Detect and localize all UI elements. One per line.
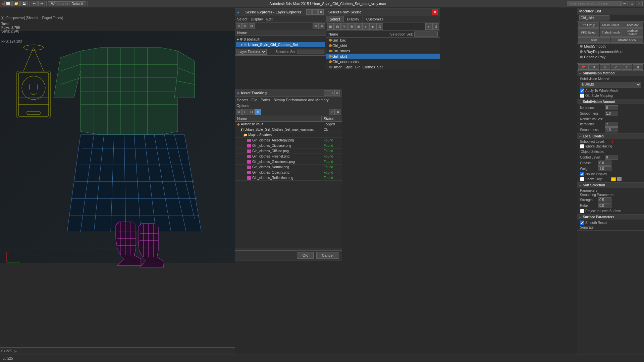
- sfs-tb8[interactable]: ⊡: [376, 23, 383, 30]
- modifier-editable-poly[interactable]: Editable Poly: [577, 54, 644, 60]
- scene-explorer-menu-select[interactable]: Select: [236, 17, 249, 21]
- open-btn[interactable]: 📁: [12, 1, 20, 6]
- at-row-anisotropy[interactable]: Girl_clothes_Anisotropy.png Found: [235, 138, 342, 143]
- cage-color-1[interactable]: [611, 177, 616, 181]
- se-tb-btn4[interactable]: ⚙: [313, 23, 319, 29]
- at-tb1[interactable]: ⊞: [236, 109, 242, 115]
- modifier-meshsmooth[interactable]: MeshSmooth: [577, 44, 644, 49]
- local-control-header[interactable]: ─ Local Control: [577, 134, 644, 139]
- at-row-reflection[interactable]: Girl_clothes_Reflection.png Found: [235, 175, 342, 181]
- project-check[interactable]: [580, 209, 584, 213]
- mod-nav-3[interactable]: ▷: [600, 64, 610, 70]
- sfs-tb10[interactable]: ⚙: [432, 23, 439, 30]
- at-ok-btn[interactable]: OK: [297, 252, 314, 259]
- close-btn[interactable]: ✕: [636, 1, 643, 6]
- iterations-input[interactable]: [605, 105, 618, 110]
- scene-explorer-restore[interactable]: □: [312, 9, 318, 15]
- render-smoothness-input[interactable]: [605, 127, 618, 132]
- sfs-tb7[interactable]: ◈: [369, 23, 376, 30]
- at-row-opacity[interactable]: Girl_clothes_Opacity.png Found: [235, 170, 342, 175]
- at-tb4[interactable]: ≡: [255, 109, 261, 115]
- scene-explorer-menu-display[interactable]: Display: [250, 17, 264, 21]
- at-menu-file[interactable]: File: [250, 98, 259, 102]
- sfs-item-girl-bag[interactable]: Girl_bag: [326, 38, 440, 43]
- mod-nav-1[interactable]: 📌: [578, 64, 589, 70]
- sfs-selection-input[interactable]: [414, 32, 438, 37]
- subdivision-method-select[interactable]: NURMS: [580, 82, 641, 87]
- uvw-map-btn[interactable]: UVW Map: [622, 22, 643, 28]
- apply-whole-mesh-check[interactable]: [580, 88, 584, 93]
- arrow-btn[interactable]: ▶: [14, 349, 17, 353]
- at-menu-options[interactable]: Options: [236, 104, 249, 108]
- sfs-tb1[interactable]: ⊞: [327, 23, 334, 30]
- at-row-fresnel[interactable]: Girl_clothes_Fresnel.png Found: [235, 154, 342, 159]
- minimize-btn[interactable]: ─: [621, 1, 628, 6]
- scene-explorer-minimize[interactable]: ─: [306, 9, 312, 15]
- mod-nav-4[interactable]: ◁: [611, 64, 622, 70]
- at-minimize[interactable]: ─: [324, 90, 329, 96]
- at-row-vault[interactable]: ◆ Autodesk Vault Logged: [235, 122, 342, 127]
- se-tb-btn3[interactable]: ⊟: [249, 23, 255, 29]
- old-style-mapping-check[interactable]: [580, 94, 584, 98]
- mod-nav-6[interactable]: 🗑: [633, 64, 643, 70]
- at-row-maps[interactable]: 📁 Maps / Shaders: [235, 132, 342, 138]
- at-close[interactable]: ✕: [334, 90, 340, 96]
- scene-explorer-close[interactable]: ✕: [318, 9, 324, 15]
- sfs-item-girl-shirt[interactable]: Girl_shirt: [326, 43, 440, 48]
- workspace-label[interactable]: Workspace: Default: [48, 1, 86, 6]
- at-cancel-btn[interactable]: Cancel: [316, 252, 339, 259]
- at-row-diffuse[interactable]: Girl_clothes_Diffuse.png Found: [235, 148, 342, 154]
- show-cage-check[interactable]: [580, 177, 584, 181]
- maximize-btn[interactable]: □: [629, 1, 635, 6]
- at-tb2[interactable]: ⊟: [242, 109, 248, 115]
- at-menu-server[interactable]: Server: [236, 98, 249, 102]
- subdivision-method-header[interactable]: ─ Subdivision Method: [577, 71, 644, 76]
- modifier-name-input[interactable]: [579, 15, 609, 20]
- control-level-input[interactable]: [605, 155, 618, 160]
- at-tb-help[interactable]: ?: [329, 109, 335, 115]
- at-menu-paths[interactable]: Paths: [259, 98, 271, 102]
- scene-item-default[interactable]: ▶ 0 (default): [236, 37, 325, 42]
- at-row-glossiness[interactable]: Girl_clothes_Glossiness.png Found: [235, 159, 342, 165]
- at-scrollbar[interactable]: [235, 248, 342, 250]
- sfs-item-urban-style[interactable]: Urban_Style_Girl_Clothes_Set: [326, 64, 440, 70]
- isoline-display-check[interactable]: [580, 172, 584, 176]
- weight-input[interactable]: [598, 166, 611, 171]
- se-tb-btn2[interactable]: ⊞: [242, 23, 248, 29]
- slice-btn[interactable]: Slice: [578, 37, 610, 43]
- strength-input[interactable]: [598, 197, 611, 202]
- mod-nav-5[interactable]: ⊡: [622, 64, 633, 70]
- ffd-select-btn[interactable]: FFD Select: [578, 28, 599, 37]
- modifier-vray-displacement[interactable]: VRayDisplacementMod: [577, 49, 644, 54]
- unwrap-uvw-btn[interactable]: Unwrap UVW: [611, 37, 643, 43]
- sfs-close[interactable]: ✕: [432, 9, 438, 15]
- se-tb-btn1[interactable]: ✕: [236, 23, 242, 29]
- at-restore[interactable]: □: [329, 90, 334, 96]
- se-tb-btn5[interactable]: ≡: [319, 23, 325, 29]
- redo-btn[interactable]: ↪: [38, 1, 45, 6]
- new-btn[interactable]: ⬜: [4, 1, 12, 6]
- sfs-tb4[interactable]: ⚙: [348, 23, 355, 30]
- ignore-backfacing-check[interactable]: [580, 144, 584, 148]
- sfs-item-girl-shoes[interactable]: Girl_shoes: [326, 48, 440, 54]
- mesh-select-btn[interactable]: Mesh Select: [600, 22, 621, 28]
- save-btn[interactable]: 💾: [20, 1, 28, 6]
- layer-explorer-select[interactable]: Layer Explorer: [236, 49, 267, 55]
- at-tb3[interactable]: ⊡: [249, 109, 255, 115]
- at-tb-settings[interactable]: ⚙: [335, 109, 341, 115]
- undo-btn[interactable]: ↩: [31, 1, 38, 6]
- subdivision-amount-header[interactable]: ─ Subdivision Amount: [577, 99, 644, 104]
- at-row-dicplace[interactable]: Girl_clothes_Dicplace.png Found: [235, 143, 342, 148]
- surface-select-btn[interactable]: Surface Select: [622, 28, 643, 37]
- cage-color-2[interactable]: [617, 177, 622, 181]
- selection-set-input[interactable]: [298, 50, 324, 54]
- soft-selection-header[interactable]: ─ Soft Selection: [577, 183, 644, 188]
- sfs-tb9[interactable]: ≡: [425, 23, 432, 30]
- sfs-item-girl-underpants[interactable]: Girl_underpants: [326, 59, 440, 64]
- scene-explorer-menu-edit[interactable]: Edit: [265, 17, 274, 21]
- edit-poly-btn[interactable]: Edit Poly: [578, 22, 599, 28]
- tab-display[interactable]: Display: [344, 16, 363, 22]
- mod-nav-2[interactable]: ≡: [589, 64, 600, 70]
- sfs-item-girl-skirt[interactable]: Girl_skirt: [326, 54, 440, 59]
- crease-input[interactable]: [598, 161, 611, 166]
